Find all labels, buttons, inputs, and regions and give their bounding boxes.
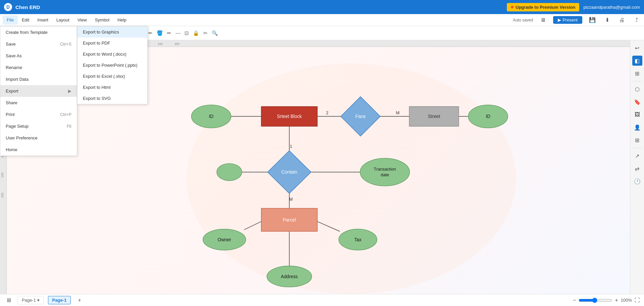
fill-icon[interactable]: 🪣: [155, 29, 164, 38]
top-bar: D Chen ERD Upgrade to Premium Version pi…: [0, 0, 644, 14]
svg-text:Tax: Tax: [354, 237, 362, 242]
top-bar-left: D Chen ERD: [4, 3, 40, 11]
download-icon-btn[interactable]: ⬇: [602, 15, 612, 25]
menu-view[interactable]: View: [73, 15, 91, 24]
menu-bar: File Edit Insert Layout View Symbol Help…: [0, 14, 644, 26]
history-btn[interactable]: 🕐: [632, 176, 642, 186]
page-indicator[interactable]: Page-1 ▾: [17, 296, 44, 304]
upgrade-dot: [511, 6, 514, 8]
svg-text:Contain: Contain: [281, 170, 297, 175]
svg-text:350: 350: [174, 42, 179, 46]
export-excel[interactable]: Export to Excel (.xlsx): [77, 71, 147, 82]
export-pdf[interactable]: Export to PDF: [77, 38, 147, 49]
svg-text:M: M: [289, 197, 293, 202]
app-icon: D: [4, 3, 12, 11]
dash-icon[interactable]: ---: [174, 29, 182, 37]
top-bar-right: Upgrade to Premium Version pizzaandparat…: [507, 3, 640, 11]
svg-text:2: 2: [326, 110, 328, 115]
share-icon-btn[interactable]: ⤴: [632, 15, 641, 25]
link-btn[interactable]: ↗: [632, 151, 642, 161]
menu-print[interactable]: Print Ctrl+P: [0, 109, 77, 120]
photo-btn[interactable]: 🖼: [632, 110, 642, 120]
export-word[interactable]: Export to Word (.docx): [77, 49, 147, 60]
search-icon[interactable]: 🔍: [210, 29, 219, 38]
menu-create-template[interactable]: Create from Template: [0, 26, 77, 38]
fullscreen-btn[interactable]: ⛶: [635, 297, 640, 303]
auto-saved-label: Auto saved: [513, 18, 533, 22]
save-icon-btn[interactable]: 💾: [588, 15, 597, 25]
svg-text:date: date: [381, 172, 389, 177]
menu-save-as[interactable]: Save As: [0, 50, 77, 62]
app-title: Chen ERD: [15, 4, 40, 10]
menu-layout[interactable]: Layout: [52, 15, 73, 24]
table-btn[interactable]: ⊞: [632, 135, 642, 145]
page-panel-toggle[interactable]: ⊞: [4, 296, 13, 305]
export-graphics[interactable]: Export to Graphics: [77, 26, 147, 38]
menu-help[interactable]: Help: [113, 15, 130, 24]
svg-text:M: M: [396, 110, 400, 115]
connect-btn[interactable]: ⇄: [632, 164, 642, 174]
svg-text:200: 200: [1, 193, 4, 198]
zoom-level-label: 100%: [621, 298, 632, 303]
print-icon-btn[interactable]: 🖨: [617, 15, 627, 25]
menu-save[interactable]: Save Ctrl+S: [0, 38, 77, 50]
svg-text:Parcel: Parcel: [283, 218, 296, 223]
zoom-slider[interactable]: [579, 298, 612, 303]
menu-edit[interactable]: Edit: [18, 15, 33, 24]
screen-icon-btn[interactable]: 🖥: [538, 15, 548, 25]
svg-text:Address: Address: [281, 274, 298, 279]
present-button[interactable]: ▶ Present: [553, 16, 582, 24]
upgrade-button[interactable]: Upgrade to Premium Version: [507, 3, 579, 11]
svg-point-45: [217, 164, 242, 181]
svg-text:190: 190: [1, 173, 4, 178]
cut-icon[interactable]: ✂: [202, 29, 209, 38]
crop-icon[interactable]: ⊡: [183, 29, 190, 38]
menu-home[interactable]: Home: [0, 144, 77, 156]
layers-btn[interactable]: ◧: [632, 56, 642, 66]
rs-sep-1: [633, 81, 642, 81]
grid-btn[interactable]: ⊞: [632, 68, 642, 78]
menu-import-data[interactable]: Import Data: [0, 73, 77, 85]
shapes-btn[interactable]: ⬡: [632, 84, 642, 94]
person-btn[interactable]: 👤: [632, 122, 642, 132]
menu-file[interactable]: File: [3, 15, 18, 24]
file-dropdown: Create from Template Save Ctrl+S Save As…: [0, 26, 77, 156]
lock-icon[interactable]: 🔒: [192, 29, 201, 38]
menu-insert[interactable]: Insert: [33, 15, 52, 24]
edit-icon[interactable]: ✏: [147, 29, 154, 38]
menu-share[interactable]: Share: [0, 97, 77, 109]
menu-page-setup[interactable]: Page Setup F6: [0, 120, 77, 132]
export-submenu: Export to Graphics Export to PDF Export …: [77, 26, 148, 104]
menu-rename[interactable]: Rename: [0, 62, 77, 73]
svg-text:ID: ID: [486, 114, 490, 119]
svg-text:Transaction: Transaction: [374, 167, 396, 172]
undo-btn[interactable]: ↩: [632, 43, 642, 53]
export-html[interactable]: Export to Html: [77, 82, 147, 93]
pencil-icon[interactable]: ✏: [166, 29, 173, 38]
page-name-tab[interactable]: Page-1: [48, 296, 71, 304]
right-sidebar: ↩ ◧ ⊞ ⬡ 🔖 🖼 👤 ⊞ ↗ ⇄ 🕐: [630, 40, 644, 294]
user-email: pizzaandparatha@gmail.com: [583, 5, 640, 10]
zoom-plus-btn[interactable]: +: [615, 297, 618, 303]
export-powerpoint[interactable]: Export to PowerPoint (.pptx): [77, 60, 147, 71]
svg-text:Owner: Owner: [218, 237, 231, 242]
svg-text:Srteet Block: Srteet Block: [277, 114, 302, 119]
bottom-bar: ⊞ Page-1 ▾ Page-1 + − + 100% ⛶: [0, 294, 644, 306]
svg-text:Face: Face: [355, 114, 366, 119]
svg-text:340: 340: [158, 42, 163, 46]
rs-sep-2: [633, 148, 642, 148]
zoom-minus-btn[interactable]: −: [573, 297, 576, 303]
add-page-button[interactable]: +: [75, 296, 84, 305]
menu-user-preference[interactable]: User Preference: [0, 132, 77, 144]
svg-text:ID: ID: [209, 114, 214, 119]
bookmark-btn[interactable]: 🔖: [632, 97, 642, 107]
svg-text:1: 1: [290, 144, 292, 149]
menu-bar-right: Auto saved 🖥 ▶ Present 💾 ⬇ 🖨 ⤴: [513, 15, 641, 25]
menu-symbol[interactable]: Symbol: [91, 15, 113, 24]
svg-text:Street: Street: [428, 114, 440, 119]
zoom-control: − + 100% ⛶: [573, 297, 640, 303]
menu-export[interactable]: Export ▶: [0, 85, 77, 97]
export-svg[interactable]: Export to SVG: [77, 93, 147, 104]
